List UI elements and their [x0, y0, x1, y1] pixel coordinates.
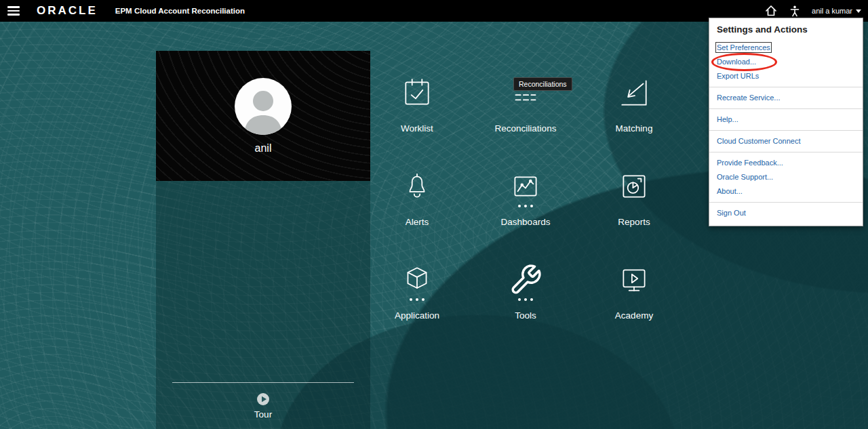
app-tile-label: Tools — [471, 310, 580, 321]
app-title: EPM Cloud Account Reconciliation — [115, 7, 245, 15]
app-tile-label: Matching — [580, 123, 688, 134]
app-tile-label: Application — [363, 310, 471, 321]
menu-item-oracle-support[interactable]: Oracle Support... — [709, 170, 863, 184]
tools-icon — [509, 263, 542, 297]
settings-menu: Settings and Actions Set Preferences Dow… — [709, 18, 863, 226]
menu-item-help[interactable]: Help... — [709, 113, 863, 127]
menu-item-label: Download... — [717, 58, 756, 66]
menu-item-cloud-customer-connect[interactable]: Cloud Customer Connect — [709, 134, 863, 148]
app-tile-label: Alerts — [363, 217, 471, 227]
menu-item-export-urls[interactable]: Export URLs — [709, 69, 863, 83]
play-icon — [256, 392, 270, 406]
app-tile-academy[interactable]: Academy — [580, 253, 688, 347]
divider — [709, 108, 863, 109]
divider — [172, 382, 354, 383]
divider — [709, 87, 863, 87]
menu-item-provide-feedback[interactable]: Provide Feedback... — [709, 156, 863, 170]
avatar-person-icon — [235, 78, 292, 135]
oracle-logo: ORACLE — [37, 4, 98, 18]
user-name: anil a kumar — [812, 7, 852, 15]
apps-grid: Worklist Reconciliations Matching — [363, 66, 688, 347]
menu-item-sign-out[interactable]: Sign Out — [709, 206, 863, 220]
reports-icon — [617, 169, 651, 203]
accessibility-icon[interactable] — [789, 5, 801, 18]
profile-panel: anil Tour — [156, 51, 370, 429]
worklist-icon — [400, 76, 434, 110]
academy-icon — [617, 263, 651, 297]
app-tile-worklist[interactable]: Worklist — [363, 66, 471, 160]
profile-name: anil — [255, 142, 272, 155]
menu-item-label: Help... — [717, 115, 738, 123]
app-tile-label: Reports — [580, 217, 688, 227]
menu-item-label: Oracle Support... — [717, 173, 773, 181]
app-tile-alerts[interactable]: Alerts — [363, 160, 471, 253]
tooltip-reconciliations: Reconciliations — [513, 77, 572, 91]
profile-body: Tour — [156, 181, 370, 429]
avatar[interactable] — [235, 78, 292, 135]
menu-item-label: About... — [717, 187, 743, 195]
menu-item-about[interactable]: About... — [709, 184, 863, 199]
menu-item-label: Sign Out — [717, 209, 746, 217]
menu-item-recreate-service[interactable]: Recreate Service... — [709, 91, 863, 105]
menu-icon[interactable] — [0, 0, 27, 22]
app-tile-label: Reconciliations — [471, 123, 580, 134]
settings-menu-title: Settings and Actions — [709, 18, 863, 41]
app-tile-matching[interactable]: Matching — [580, 66, 688, 160]
overflow-dots — [518, 298, 533, 301]
menu-item-download[interactable]: Download... — [709, 55, 863, 69]
app-tile-tools[interactable]: Tools — [471, 253, 580, 347]
divider — [709, 130, 863, 131]
app-tile-reports[interactable]: Reports — [580, 160, 688, 253]
menu-item-label: Cloud Customer Connect — [717, 137, 801, 145]
app-tile-label: Academy — [580, 310, 688, 321]
menu-item-label: Set Preferences — [717, 43, 770, 52]
overflow-dots — [518, 205, 533, 207]
topbar-right: anil a kumar — [764, 4, 868, 18]
user-menu-button[interactable]: anil a kumar — [812, 7, 861, 15]
alerts-icon — [400, 169, 434, 203]
menu-item-label: Recreate Service... — [717, 94, 781, 102]
home-icon[interactable] — [764, 4, 778, 18]
caret-down-icon — [856, 9, 861, 13]
application-icon — [400, 263, 434, 297]
app-tile-label: Dashboards — [471, 217, 580, 227]
divider — [709, 152, 863, 152]
menu-item-label: Export URLs — [717, 72, 759, 80]
profile-header: anil — [156, 51, 370, 181]
menu-item-label: Provide Feedback... — [717, 159, 783, 167]
matching-icon — [617, 76, 651, 110]
app-tile-label: Worklist — [363, 123, 471, 134]
app-tile-application[interactable]: Application — [363, 253, 471, 347]
menu-item-set-preferences[interactable]: Set Preferences — [709, 41, 863, 55]
dashboards-icon — [509, 169, 542, 203]
divider — [709, 202, 863, 203]
tour-button[interactable]: Tour — [254, 392, 272, 420]
tour-label: Tour — [254, 409, 272, 420]
overflow-dots — [410, 298, 425, 301]
app-tile-dashboards[interactable]: Dashboards — [471, 160, 580, 253]
